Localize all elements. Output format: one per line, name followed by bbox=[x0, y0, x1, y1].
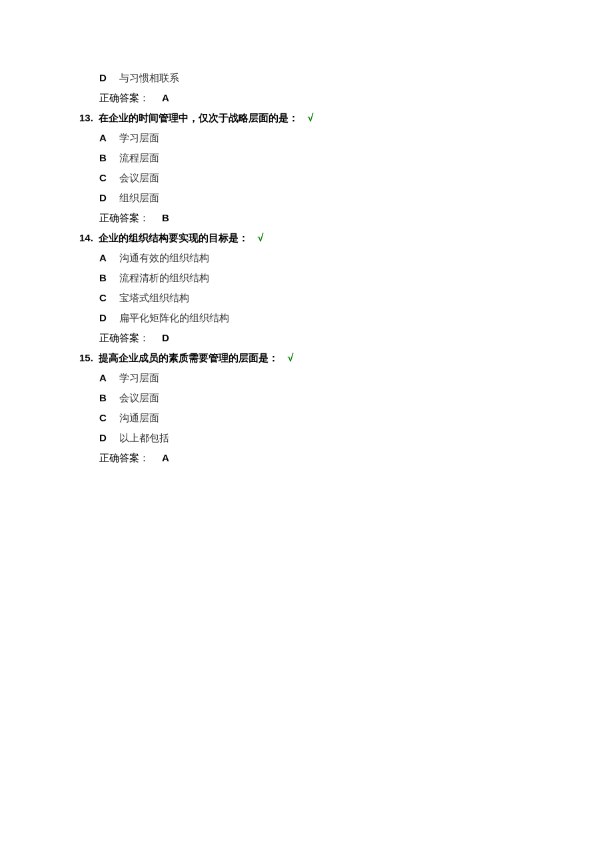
option-letter: C bbox=[99, 412, 119, 423]
question-header: 14. 企业的组织结构要实现的目标是： √ bbox=[79, 232, 613, 245]
option-letter: A bbox=[99, 132, 119, 143]
answer-value: D bbox=[162, 332, 169, 343]
answer-label: 正确答案： bbox=[99, 212, 162, 225]
answer-row: 正确答案： A bbox=[99, 452, 613, 465]
option-text: 流程清析的组织结构 bbox=[119, 272, 209, 285]
answer-label: 正确答案： bbox=[99, 92, 162, 105]
option-row: B 流程层面 bbox=[99, 152, 613, 165]
option-letter: A bbox=[99, 372, 119, 383]
option-text: 以上都包括 bbox=[119, 432, 169, 445]
option-row: D 组织层面 bbox=[99, 192, 613, 205]
question-12-remainder: D 与习惯相联系 正确答案： A bbox=[99, 72, 613, 105]
option-text: 扁平化矩阵化的组织结构 bbox=[119, 312, 229, 325]
option-text: 沟通层面 bbox=[119, 412, 159, 425]
option-row: D 扁平化矩阵化的组织结构 bbox=[99, 312, 613, 325]
question-number: 14. bbox=[79, 232, 93, 243]
question-15: 15. 提高企业成员的素质需要管理的层面是： √ A 学习层面 B 会议层面 C… bbox=[99, 352, 613, 465]
option-letter: D bbox=[99, 192, 119, 203]
question-text: 企业的组织结构要实现的目标是： bbox=[99, 232, 249, 245]
option-letter: C bbox=[99, 292, 119, 303]
question-number: 15. bbox=[79, 352, 93, 363]
answer-value: B bbox=[162, 212, 169, 223]
option-text: 会议层面 bbox=[119, 392, 159, 405]
answer-value: A bbox=[162, 452, 169, 463]
option-letter: B bbox=[99, 272, 119, 283]
option-text: 学习层面 bbox=[119, 132, 159, 145]
question-14: 14. 企业的组织结构要实现的目标是： √ A 沟通有效的组织结构 B 流程清析… bbox=[99, 232, 613, 345]
option-row: A 沟通有效的组织结构 bbox=[99, 252, 613, 265]
question-text: 提高企业成员的素质需要管理的层面是： bbox=[99, 352, 279, 365]
checkmark-icon: √ bbox=[258, 232, 264, 244]
answer-label: 正确答案： bbox=[99, 452, 162, 465]
option-letter: C bbox=[99, 172, 119, 183]
option-letter: D bbox=[99, 312, 119, 323]
option-letter: D bbox=[99, 72, 119, 83]
answer-row: 正确答案： B bbox=[99, 212, 613, 225]
option-letter: B bbox=[99, 392, 119, 403]
option-row: C 宝塔式组织结构 bbox=[99, 292, 613, 305]
answer-row: 正确答案： D bbox=[99, 332, 613, 345]
question-header: 15. 提高企业成员的素质需要管理的层面是： √ bbox=[79, 352, 613, 365]
option-letter: B bbox=[99, 152, 119, 163]
option-row: C 会议层面 bbox=[99, 172, 613, 185]
option-row: A 学习层面 bbox=[99, 372, 613, 385]
option-row: D 以上都包括 bbox=[99, 432, 613, 445]
option-row: C 沟通层面 bbox=[99, 412, 613, 425]
answer-row: 正确答案： A bbox=[99, 92, 613, 105]
option-text: 学习层面 bbox=[119, 372, 159, 385]
answer-value: A bbox=[162, 92, 169, 103]
option-row: A 学习层面 bbox=[99, 132, 613, 145]
question-header: 13. 在企业的时间管理中，仅次于战略层面的是： √ bbox=[79, 112, 613, 125]
checkmark-icon: √ bbox=[288, 352, 294, 364]
option-text: 宝塔式组织结构 bbox=[119, 292, 189, 305]
option-row: B 会议层面 bbox=[99, 392, 613, 405]
option-text: 会议层面 bbox=[119, 172, 159, 185]
question-text: 在企业的时间管理中，仅次于战略层面的是： bbox=[99, 112, 299, 125]
question-13: 13. 在企业的时间管理中，仅次于战略层面的是： √ A 学习层面 B 流程层面… bbox=[99, 112, 613, 225]
question-number: 13. bbox=[79, 112, 93, 123]
checkmark-icon: √ bbox=[308, 112, 314, 124]
option-letter: D bbox=[99, 432, 119, 443]
option-letter: A bbox=[99, 252, 119, 263]
option-text: 组织层面 bbox=[119, 192, 159, 205]
option-row: B 流程清析的组织结构 bbox=[99, 272, 613, 285]
option-row: D 与习惯相联系 bbox=[99, 72, 613, 85]
option-text: 沟通有效的组织结构 bbox=[119, 252, 209, 265]
option-text: 与习惯相联系 bbox=[119, 72, 179, 85]
answer-label: 正确答案： bbox=[99, 332, 162, 345]
option-text: 流程层面 bbox=[119, 152, 159, 165]
